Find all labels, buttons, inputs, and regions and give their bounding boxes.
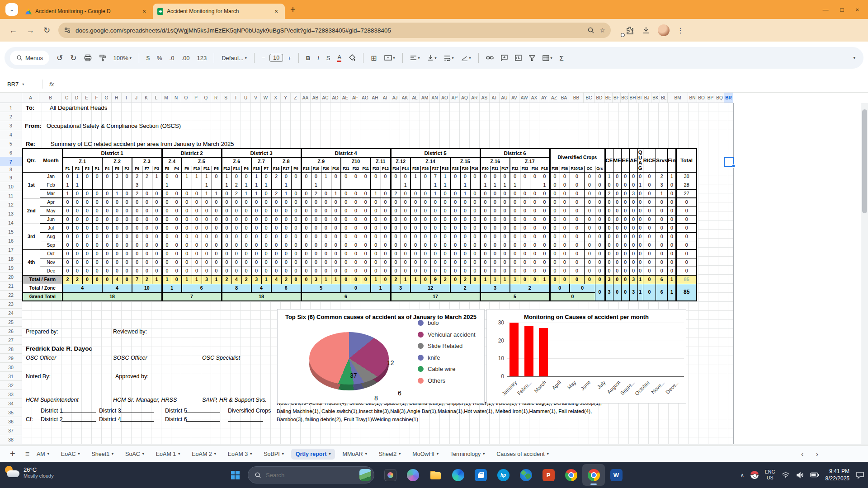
data-cell[interactable]: 0 [643, 258, 656, 267]
data-cell[interactable]: 0 [231, 206, 241, 215]
data-cell[interactable]: 2 [391, 189, 401, 198]
total-farm-cell[interactable]: 2 [222, 275, 231, 284]
row-header[interactable]: 12 [0, 200, 22, 209]
total-farm-cell[interactable]: 2 [281, 275, 291, 284]
data-cell[interactable]: 0 [202, 249, 212, 258]
data-cell[interactable]: 0 [301, 249, 311, 258]
data-cell[interactable]: 0 [656, 224, 668, 232]
data-cell[interactable]: 0 [520, 198, 530, 206]
data-cell[interactable]: 0 [420, 189, 430, 198]
total-farm-label[interactable]: Total / Farm [23, 275, 62, 284]
total-zone-cell[interactable]: 2 [450, 284, 480, 292]
data-cell[interactable]: 0 [460, 232, 470, 241]
data-cell[interactable]: 0 [132, 267, 142, 275]
data-cell[interactable]: 0 [291, 232, 301, 241]
text-rotation-button[interactable]: ▾ [461, 55, 471, 61]
data-cell[interactable]: 0 [281, 232, 291, 241]
italic-button[interactable]: I [317, 55, 319, 61]
data-cell[interactable]: 0 [162, 258, 172, 267]
data-cell[interactable]: 0 [613, 224, 621, 232]
paint-format-button[interactable] [99, 54, 106, 61]
total-zone-cell[interactable]: 8 [222, 284, 251, 292]
data-cell[interactable]: 0 [560, 172, 570, 181]
data-cell[interactable]: 0 [668, 224, 676, 232]
data-cell[interactable]: 0 [550, 267, 560, 275]
data-cell[interactable]: 3 [132, 181, 142, 189]
data-cell[interactable]: 0 [450, 224, 460, 232]
data-cell[interactable]: 1 [251, 189, 261, 198]
data-cell[interactable]: 1 [430, 181, 440, 189]
data-cell[interactable]: 0 [637, 224, 643, 232]
column-header[interactable]: AJ [390, 93, 400, 103]
data-cell[interactable]: 1 [440, 172, 450, 181]
total-zone-cell[interactable]: 0 [550, 284, 570, 292]
data-cell[interactable]: 0 [291, 198, 301, 206]
fill-handle[interactable] [732, 164, 735, 168]
data-cell[interactable]: 0 [222, 267, 231, 275]
data-cell[interactable]: 0 [361, 198, 371, 206]
sheet-tab[interactable]: EoAM 1▾ [151, 449, 184, 460]
total-farm-cell[interactable]: 0 [102, 275, 112, 284]
total-zone-cell[interactable]: 4 [251, 284, 271, 292]
month-cell[interactable]: May [40, 206, 62, 215]
data-cell[interactable]: 0 [212, 198, 222, 206]
data-cell[interactable]: 0 [371, 172, 381, 181]
data-cell[interactable]: 0 [643, 206, 656, 215]
undo-button[interactable]: ↺ [57, 53, 63, 63]
quarter-cell[interactable]: 1st [23, 172, 40, 198]
data-cell[interactable]: 0 [595, 189, 605, 198]
data-cell[interactable]: 0 [621, 198, 629, 206]
data-cell[interactable]: 0 [450, 189, 460, 198]
data-cell[interactable]: 0 [530, 206, 540, 215]
zoom-select[interactable]: 100% ▾ [113, 55, 132, 61]
data-cell[interactable]: 0 [584, 215, 595, 224]
data-cell[interactable]: 0 [122, 267, 132, 275]
month-cell[interactable]: Jun [40, 215, 62, 224]
column-header[interactable]: AZ [549, 93, 559, 103]
data-cell[interactable]: 0 [371, 241, 381, 249]
data-cell[interactable]: 0 [450, 241, 460, 249]
data-cell[interactable]: 0 [132, 258, 142, 267]
column-header[interactable]: AW [519, 93, 529, 103]
data-cell[interactable]: 0 [301, 172, 311, 181]
data-cell[interactable]: 0 [162, 198, 172, 206]
data-cell[interactable]: 0 [510, 206, 520, 215]
total-farm-cell[interactable]: 1 [162, 275, 172, 284]
data-cell[interactable]: 1 [251, 172, 261, 181]
data-cell[interactable]: 0 [231, 232, 241, 241]
data-cell[interactable]: 0 [241, 249, 251, 258]
data-cell[interactable]: 0 [643, 232, 656, 241]
data-cell[interactable]: 0 [540, 267, 550, 275]
data-cell[interactable]: 0 [381, 172, 391, 181]
data-cell[interactable]: 0 [605, 267, 613, 275]
data-cell[interactable]: 2 [271, 189, 281, 198]
data-cell[interactable]: 0 [570, 249, 584, 258]
chevron-down-icon[interactable]: ▾ [250, 452, 252, 456]
data-cell[interactable]: 0 [102, 267, 112, 275]
data-cell[interactable]: 0 [621, 258, 629, 267]
data-cell[interactable]: 0 [520, 224, 530, 232]
data-cell[interactable] [470, 181, 480, 189]
data-cell[interactable]: 0 [361, 232, 371, 241]
data-cell[interactable]: 0 [251, 198, 261, 206]
data-cell[interactable]: 0 [550, 206, 560, 215]
data-cell[interactable]: 0 [341, 172, 351, 181]
data-cell[interactable]: 0 [605, 215, 613, 224]
search-labs-icon[interactable] [587, 27, 594, 34]
bottom-merged-cell[interactable]: 0 [621, 284, 629, 301]
data-cell[interactable]: 0 [643, 215, 656, 224]
data-cell[interactable]: 0 [172, 215, 182, 224]
data-cell[interactable]: 1 [656, 189, 668, 198]
data-cell[interactable]: 0 [331, 198, 341, 206]
data-cell[interactable]: 0 [440, 249, 450, 258]
data-cell[interactable]: 0 [142, 267, 152, 275]
data-cell[interactable]: 0 [560, 189, 570, 198]
data-cell[interactable]: 0 [162, 215, 172, 224]
data-cell[interactable]: 0 [560, 206, 570, 215]
row-header[interactable]: 23 [0, 300, 22, 309]
total-farm-cell[interactable]: 1 [637, 275, 643, 284]
data-cell[interactable]: 0 [480, 215, 490, 224]
row-header[interactable]: 31 [0, 372, 22, 381]
data-cell[interactable]: 0 [212, 224, 222, 232]
column-header[interactable]: BC [584, 93, 594, 103]
